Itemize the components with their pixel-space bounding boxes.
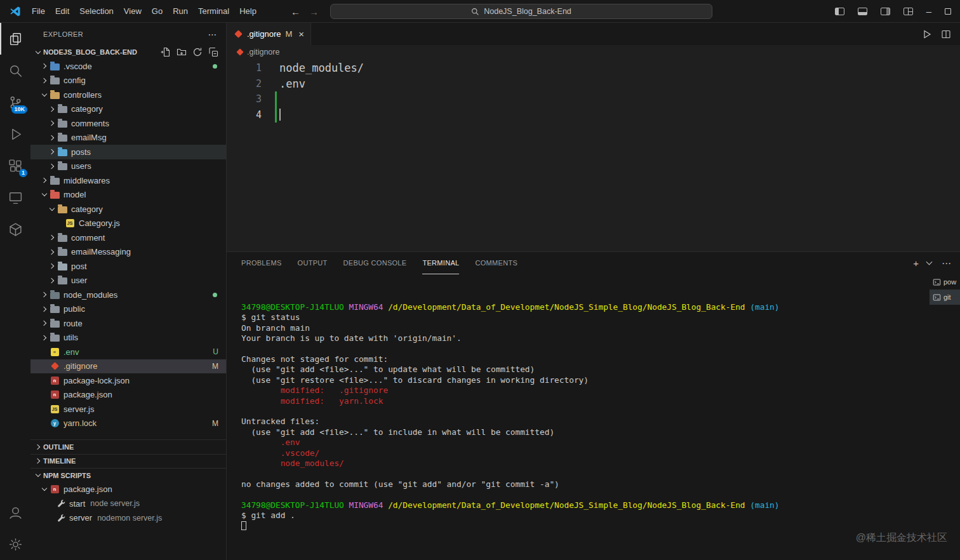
tree-item-yarn-lock[interactable]: yyarn.lockM — [30, 417, 226, 431]
new-folder-icon[interactable] — [177, 47, 187, 57]
terminal-tab-pow[interactable]: pow — [930, 274, 960, 290]
tree-item-utils[interactable]: utils — [30, 331, 226, 345]
terminal-output[interactable]: 34798@DESKTOP-J14TLUO MINGW64 /d/Develop… — [227, 274, 930, 560]
refresh-icon[interactable] — [192, 47, 203, 57]
tree-item-public[interactable]: public — [30, 302, 226, 317]
terminal-line: On branch main — [241, 323, 930, 333]
file-icon: n — [50, 377, 60, 385]
folder-icon — [58, 235, 67, 242]
tree-item-node-modules[interactable]: node_modules — [30, 288, 226, 302]
tree-item-model[interactable]: model — [30, 188, 226, 203]
npm-scripts-package-json[interactable]: npackage.json — [30, 483, 226, 497]
menu-go[interactable]: Go — [147, 4, 168, 18]
menu-view[interactable]: View — [119, 4, 147, 18]
customize-layout-icon[interactable] — [903, 8, 913, 15]
toggle-panel-icon[interactable] — [858, 8, 867, 15]
toggle-secondary-sidebar-icon[interactable] — [881, 8, 890, 15]
folder-icon — [58, 249, 67, 256]
tab-label: .gitignore — [247, 29, 281, 39]
tab-gitignore[interactable]: .gitignore M × — [227, 23, 311, 45]
tree-item--gitignore[interactable]: .gitignoreM — [30, 359, 226, 374]
tree-item-posts[interactable]: posts — [30, 145, 226, 159]
npm-script-server[interactable]: servernodemon server.js — [30, 511, 226, 526]
menu-selection[interactable]: Selection — [74, 4, 118, 18]
tree-item-category-js[interactable]: JSCategory.js — [30, 217, 226, 231]
menu-run[interactable]: Run — [168, 4, 193, 18]
folder-icon — [50, 292, 60, 299]
project-root-header[interactable]: NODEJS_BLOG_BACK-END — [30, 45, 226, 59]
run-debug-icon[interactable] — [0, 118, 30, 150]
panel-tab-comments[interactable]: COMMENTS — [475, 252, 517, 274]
terminal-line: 34798@DESKTOP-J14TLUO MINGW64 /d/Develop… — [241, 500, 930, 510]
close-tab-icon[interactable]: × — [298, 29, 304, 39]
panel-more-icon[interactable]: ⋯ — [942, 258, 951, 269]
source-control-icon[interactable]: 10K — [0, 86, 30, 118]
new-terminal-icon[interactable]: + — [913, 258, 919, 269]
terminal-dropdown-icon[interactable] — [927, 260, 933, 267]
tabbar-empty-space — [311, 23, 922, 45]
maximize-button[interactable] — [945, 8, 951, 15]
search-icon[interactable] — [0, 55, 30, 86]
packages-icon[interactable] — [0, 213, 30, 245]
panel-tab-problems[interactable]: PROBLEMS — [241, 252, 282, 274]
section-npm-scripts[interactable]: NPM SCRIPTS — [30, 468, 226, 483]
section-timeline[interactable]: TIMELINE — [30, 454, 226, 469]
menu-terminal[interactable]: Terminal — [193, 4, 234, 18]
tree-item-package-lock-json[interactable]: npackage-lock.json — [30, 373, 226, 388]
panel-tab-output[interactable]: OUTPUT — [298, 252, 328, 274]
run-file-icon[interactable] — [922, 29, 932, 39]
accounts-icon[interactable] — [0, 497, 30, 528]
back-button[interactable]: ← — [291, 6, 300, 17]
tree-item-comment[interactable]: comment — [30, 230, 226, 245]
explorer-actions — [161, 47, 226, 57]
collapse-all-icon[interactable] — [208, 47, 218, 57]
tree-item-config[interactable]: config — [30, 74, 226, 88]
tree-item-controllers[interactable]: controllers — [30, 88, 226, 102]
minimize-button[interactable]: – — [926, 6, 931, 16]
explorer-icon[interactable] — [0, 23, 30, 55]
command-center-search[interactable]: NodeJS_Blog_Back-End — [330, 4, 712, 19]
terminal-line: (use "git restore <file>..." to discard … — [241, 375, 930, 385]
remote-explorer-icon[interactable] — [0, 182, 30, 213]
menu-file[interactable]: File — [27, 4, 50, 18]
tree-item-category[interactable]: category — [30, 202, 226, 217]
menu-edit[interactable]: Edit — [50, 4, 74, 18]
git-file-icon — [236, 48, 243, 55]
tree-item-users[interactable]: users — [30, 159, 226, 174]
tree-item-category[interactable]: category — [30, 102, 226, 117]
tree-item-server-js[interactable]: JSserver.js — [30, 402, 226, 417]
tree-item-middlewares[interactable]: middlewares — [30, 173, 226, 188]
git-status-badge: M — [212, 419, 226, 428]
editor-code-area[interactable]: 1node_modules/2.env34 — [227, 59, 960, 251]
settings-icon[interactable] — [0, 528, 30, 560]
npm-script-start[interactable]: startnode server.js — [30, 497, 226, 511]
tree-item-post[interactable]: post — [30, 259, 226, 274]
yarn-file-icon: y — [51, 419, 59, 427]
tree-item-comments[interactable]: comments — [30, 116, 226, 131]
tree-item--vscode[interactable]: .vscode — [30, 59, 226, 74]
workbench: 10K1 EXPLORER ⋯ NODEJS_BLOG_BACK-END .vs… — [0, 23, 960, 560]
forward-button[interactable]: → — [309, 6, 319, 17]
toggle-sidebar-icon[interactable] — [835, 8, 844, 15]
menu-help[interactable]: Help — [234, 4, 262, 18]
split-editor-icon[interactable] — [941, 29, 951, 39]
file-icon: JS — [50, 405, 60, 413]
tree-item-package-json[interactable]: npackage.json — [30, 388, 226, 403]
terminal-tab-git[interactable]: git — [930, 290, 960, 305]
tree-item-label: .vscode — [63, 62, 92, 71]
tree-item-user[interactable]: user — [30, 274, 226, 288]
tree-item-emailmsg[interactable]: emailMsg — [30, 131, 226, 145]
tree-item-label: users — [71, 161, 91, 171]
new-file-icon[interactable] — [161, 47, 171, 57]
section-outline[interactable]: OUTLINE — [30, 439, 226, 454]
sidebar-explorer: EXPLORER ⋯ NODEJS_BLOG_BACK-END .vscodec… — [30, 23, 227, 560]
tree-item-route[interactable]: route — [30, 316, 226, 331]
tree-item--env[interactable]: ≡.envU — [30, 345, 226, 359]
breadcrumb[interactable]: .gitignore — [227, 45, 960, 59]
panel-tab-terminal[interactable]: TERMINAL — [422, 252, 459, 274]
tree-item-emailmessaging[interactable]: emailMessaging — [30, 245, 226, 260]
terminal-line: $ git status — [241, 312, 930, 323]
panel-tab-debug-console[interactable]: DEBUG CONSOLE — [343, 252, 407, 274]
more-actions-icon[interactable]: ⋯ — [208, 29, 217, 39]
extensions-icon[interactable]: 1 — [0, 150, 30, 182]
